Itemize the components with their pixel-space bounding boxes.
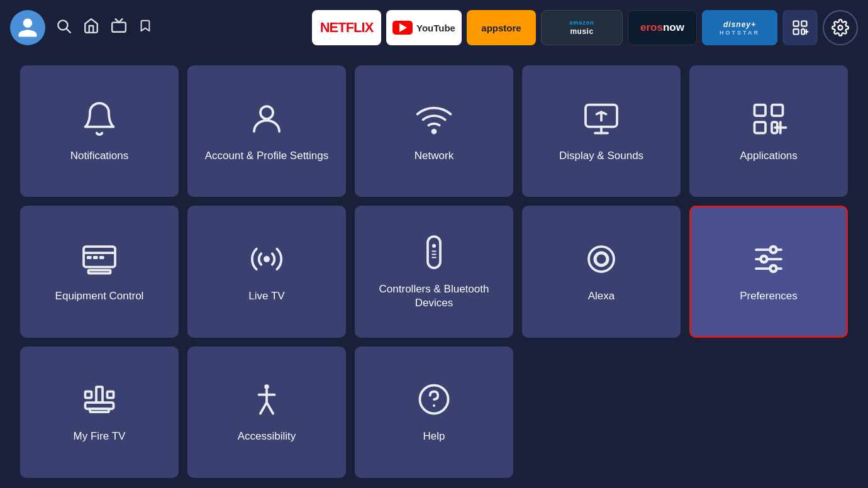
tile-help[interactable]: Help (355, 347, 513, 478)
avatar[interactable] (10, 10, 45, 45)
tile-display-label: Display & Sounds (553, 149, 650, 163)
tile-applications-label: Applications (733, 149, 804, 163)
youtube-button[interactable]: YouTube (386, 10, 462, 45)
tile-equipment-label: Equipment Control (49, 289, 150, 303)
youtube-triangle (399, 23, 407, 32)
svg-rect-17 (772, 104, 783, 116)
youtube-play-icon (392, 21, 413, 35)
person-icon (248, 100, 286, 140)
display-icon (582, 100, 620, 140)
svg-rect-18 (755, 122, 766, 133)
svg-rect-29 (428, 236, 440, 268)
broadcast-icon (248, 240, 286, 280)
app-shortcuts: NETFLIX YouTube appstore amazon music er… (312, 10, 858, 45)
home-icon[interactable] (83, 18, 99, 38)
tile-notifications[interactable]: Notifications (20, 65, 179, 197)
svg-rect-32 (431, 253, 437, 255)
help-icon (415, 380, 453, 421)
disney-hotstar-button[interactable]: disney+ HOTSTAR (702, 10, 777, 45)
nav-icons (55, 18, 152, 38)
svg-rect-16 (755, 104, 766, 116)
svg-point-53 (433, 404, 435, 407)
tile-help-label: Help (417, 430, 452, 443)
erosnow-button[interactable]: erosnow (628, 10, 697, 45)
svg-rect-5 (794, 29, 799, 34)
amazon-music-button[interactable]: amazon music (541, 10, 623, 45)
tile-accessibility[interactable]: Accessibility (187, 347, 346, 478)
tile-account-profile[interactable]: Account & Profile Settings (187, 65, 346, 197)
youtube-label: YouTube (416, 23, 455, 33)
firetv-icon (81, 380, 118, 421)
svg-rect-2 (112, 23, 126, 32)
svg-rect-31 (431, 250, 437, 252)
svg-rect-44 (96, 387, 103, 402)
svg-rect-6 (801, 29, 804, 34)
svg-point-47 (264, 385, 269, 390)
amazon-music-label: music (570, 27, 593, 36)
svg-point-30 (432, 244, 436, 248)
bell-icon (81, 100, 118, 140)
disney-label: disney+ (723, 20, 756, 29)
monitor-icon (81, 240, 118, 280)
svg-point-28 (264, 256, 270, 262)
search-icon[interactable] (55, 18, 72, 38)
svg-rect-4 (801, 21, 806, 26)
tile-controllers-bluetooth[interactable]: Controllers & Bluetooth Devices (355, 206, 513, 337)
tile-account-label: Account & Profile Settings (199, 149, 335, 163)
tile-controllers-label: Controllers & Bluetooth Devices (355, 282, 513, 310)
tile-notifications-label: Notifications (64, 149, 135, 163)
apps-grid-icon (750, 100, 787, 140)
svg-point-35 (595, 253, 608, 265)
netflix-button[interactable]: NETFLIX (312, 10, 381, 45)
tile-applications[interactable]: Applications (689, 65, 848, 197)
svg-rect-3 (794, 21, 799, 26)
bookmark-icon[interactable] (138, 18, 152, 38)
tile-equipment-control[interactable]: Equipment Control (20, 206, 179, 337)
tile-preferences-label: Preferences (733, 289, 804, 303)
tile-live-tv-label: Live TV (242, 289, 291, 303)
svg-point-34 (589, 247, 614, 272)
tile-display-sounds[interactable]: Display & Sounds (522, 65, 681, 197)
tv-icon[interactable] (111, 18, 127, 38)
tile-alexa[interactable]: Alexa (522, 206, 681, 337)
svg-line-50 (260, 402, 267, 414)
tile-network-label: Network (408, 149, 460, 163)
tile-live-tv[interactable]: Live TV (187, 206, 346, 337)
svg-point-10 (260, 106, 273, 119)
svg-point-9 (838, 26, 843, 30)
svg-point-37 (771, 247, 777, 253)
all-apps-button[interactable] (782, 10, 818, 45)
netflix-label: NETFLIX (320, 19, 374, 36)
tile-network[interactable]: Network (355, 65, 513, 197)
svg-line-1 (67, 29, 70, 33)
appstore-label: appstore (481, 23, 521, 33)
svg-rect-33 (431, 257, 437, 258)
hotstar-label: HOTSTAR (720, 30, 760, 36)
svg-rect-43 (90, 409, 109, 412)
svg-point-11 (433, 130, 436, 133)
tile-my-fire-tv-label: My Fire TV (67, 430, 132, 443)
settings-button[interactable] (823, 10, 858, 45)
amazon-label: amazon (569, 19, 594, 26)
svg-rect-23 (89, 270, 111, 273)
settings-grid: Notifications Account & Profile Settings… (0, 55, 868, 488)
appstore-button[interactable]: appstore (467, 10, 536, 45)
accessibility-icon (248, 380, 286, 421)
svg-rect-25 (87, 256, 92, 259)
svg-rect-27 (99, 256, 104, 259)
tile-my-fire-tv[interactable]: My Fire TV (20, 347, 179, 478)
svg-point-41 (771, 265, 777, 272)
remote-icon (415, 233, 453, 274)
svg-point-39 (761, 256, 767, 262)
wifi-icon (415, 100, 453, 140)
tile-preferences[interactable]: Preferences (689, 206, 848, 337)
tile-alexa-label: Alexa (582, 289, 621, 303)
alexa-icon (582, 240, 620, 280)
svg-rect-46 (108, 392, 114, 398)
erosnow-label: erosnow (640, 21, 684, 34)
sliders-icon (750, 240, 787, 280)
svg-line-51 (267, 402, 273, 414)
tile-accessibility-label: Accessibility (231, 430, 303, 443)
top-bar: NETFLIX YouTube appstore amazon music er… (0, 0, 868, 55)
svg-rect-45 (86, 392, 92, 398)
